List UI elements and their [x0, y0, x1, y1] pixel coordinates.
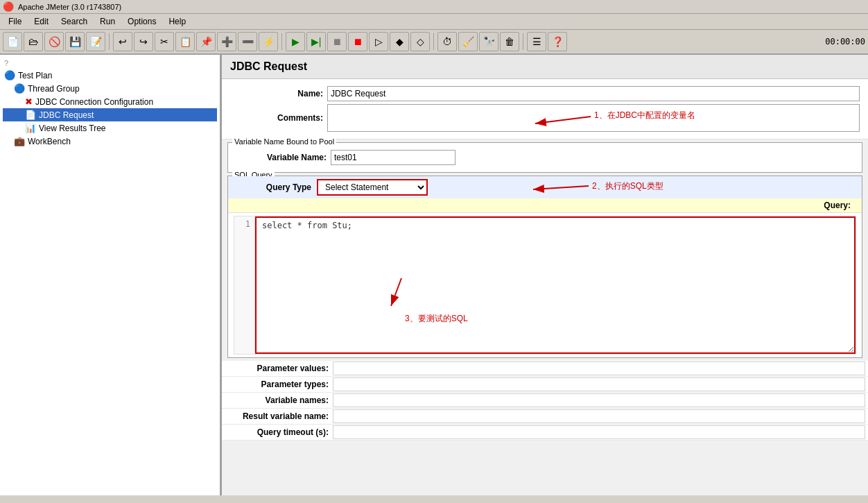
- query-label-row: Query:: [228, 198, 862, 213]
- query-type-select[interactable]: Select Statement: [317, 179, 428, 196]
- toolbar: 📄 🗁 🚫 💾 📝 ↩ ↪ ✂ 📋 📌 ➕ ➖ ⚡ ▶ ▶| ⏹ ⏹ ▷ ◆ ◇…: [0, 30, 868, 55]
- sql-code-input[interactable]: select * from Stu;: [255, 216, 856, 354]
- jdbc-connection-label: JDBC Connection Configuration: [35, 97, 153, 107]
- comments-section: Comments: 1、在JDBC中配置的变量名: [230, 104, 860, 132]
- menu-edit[interactable]: Edit: [28, 15, 54, 28]
- code-editor-section: 1 select * from Stu; 3、要测试的SQL: [228, 216, 862, 355]
- variable-name-label: Variable Name:: [234, 153, 331, 162]
- sidebar-item-jdbc-connection[interactable]: ✖ JDBC Connection Configuration: [3, 95, 217, 108]
- menu-help[interactable]: Help: [163, 15, 191, 28]
- app-logo: 🔴: [3, 1, 14, 12]
- jdbc-connection-icon: ✖: [25, 96, 33, 107]
- line-numbers: 1: [234, 216, 255, 354]
- toolbar-timer-btn[interactable]: ⏱: [437, 32, 457, 51]
- toolbar-remote-start-btn[interactable]: ▷: [369, 32, 388, 51]
- main-layout: ? 🔵 Test Plan 🔵 Thread Group ✖ JDBC Conn…: [0, 55, 868, 495]
- toolbar-new-btn[interactable]: 📄: [3, 32, 22, 51]
- query-label: Query:: [234, 201, 856, 210]
- view-results-icon: 📊: [25, 123, 36, 133]
- toolbar-sep-4: [523, 33, 523, 50]
- param-values-label: Parameter values:: [222, 362, 333, 375]
- view-results-label: View Results Tree: [39, 123, 106, 133]
- workbench-label: WorkBench: [28, 137, 71, 146]
- test-plan-icon: 🔵: [4, 70, 15, 80]
- param-types-input[interactable]: [333, 377, 865, 391]
- thread-group-label: Thread Group: [28, 84, 80, 94]
- param-section: Parameter values: Parameter types: Varia…: [222, 361, 868, 441]
- toolbar-collapse-btn[interactable]: ➖: [238, 32, 257, 51]
- variable-name-row: Variable Name:: [234, 150, 856, 165]
- toolbar-open-btn[interactable]: 🗁: [24, 32, 43, 51]
- content-title: JDBC Request: [222, 55, 868, 79]
- toolbar-clear2-btn[interactable]: 🗑: [500, 32, 519, 51]
- toolbar-saveas-btn[interactable]: 📝: [86, 32, 105, 51]
- menu-options[interactable]: Options: [122, 15, 162, 28]
- query-timeout-row: Query timeout (s):: [222, 425, 868, 441]
- content-panel: JDBC Request Name: Comments:: [222, 55, 868, 495]
- workbench-icon: 💼: [14, 136, 25, 146]
- toolbar-search-btn[interactable]: 🔭: [479, 32, 498, 51]
- menu-bar: File Edit Search Run Options Help: [0, 14, 868, 30]
- jdbc-request-label: JDBC Request: [39, 110, 94, 120]
- toolbar-copy-btn[interactable]: 📋: [175, 32, 195, 51]
- title-bar: 🔴 Apache JMeter (3.0 r1743807): [0, 0, 868, 14]
- param-values-input[interactable]: [333, 361, 865, 375]
- thread-group-icon: 🔵: [14, 83, 25, 94]
- result-variable-label: Result variable name:: [222, 410, 333, 423]
- sidebar-item-workbench[interactable]: 💼 WorkBench: [3, 135, 217, 148]
- param-types-label: Parameter types:: [222, 378, 333, 391]
- query-timeout-label: Query timeout (s):: [222, 426, 333, 438]
- toolbar-remote-stop-all-btn[interactable]: ◇: [410, 32, 430, 51]
- toolbar-undo-btn[interactable]: ↩: [113, 32, 132, 51]
- toolbar-sep-1: [109, 33, 110, 50]
- variable-name-input[interactable]: [331, 150, 455, 165]
- test-plan-label: Test Plan: [18, 71, 52, 80]
- tree-item-question: ?: [3, 58, 217, 69]
- toolbar-play-btn[interactable]: ▶: [286, 32, 305, 51]
- toolbar-close-btn[interactable]: 🚫: [44, 32, 64, 51]
- result-variable-input[interactable]: [333, 409, 865, 423]
- app-title: Apache JMeter (3.0 r1743807): [18, 3, 121, 11]
- menu-search[interactable]: Search: [55, 15, 93, 28]
- variable-name-group: Variable Name Bound to Pool Variable Nam…: [227, 142, 862, 173]
- toolbar-stop-btn[interactable]: ⏹: [327, 32, 347, 51]
- sql-query-group: SQL Query Query Type Select Statement: [227, 176, 862, 358]
- variable-names-row: Variable names:: [222, 393, 868, 409]
- sidebar-item-view-results[interactable]: 📊 View Results Tree: [3, 121, 217, 135]
- comments-row: Comments:: [230, 104, 860, 132]
- tree-panel: ? 🔵 Test Plan 🔵 Thread Group ✖ JDBC Conn…: [0, 55, 222, 495]
- query-editor-area: 1 select * from Stu;: [234, 216, 856, 355]
- name-section: Name: Comments:: [222, 79, 868, 139]
- query-type-row: Query Type Select Statement: [228, 176, 862, 198]
- variable-names-input[interactable]: [333, 393, 865, 407]
- toolbar-help-btn[interactable]: ❓: [548, 32, 567, 51]
- menu-file[interactable]: File: [3, 15, 27, 28]
- sidebar-item-test-plan[interactable]: 🔵 Test Plan: [3, 69, 217, 82]
- comments-input[interactable]: [327, 104, 860, 132]
- toolbar-cut-btn[interactable]: ✂: [155, 32, 174, 51]
- toolbar-expand-btn[interactable]: ➕: [217, 32, 236, 51]
- toolbar-save-btn[interactable]: 💾: [65, 32, 85, 51]
- toolbar-clear-btn[interactable]: 🧹: [458, 32, 478, 51]
- toolbar-redo-btn[interactable]: ↪: [134, 32, 153, 51]
- result-variable-row: Result variable name:: [222, 409, 868, 425]
- toolbar-sep-3: [433, 33, 434, 50]
- toolbar-sep-2: [281, 33, 282, 50]
- toolbar-time: 00:00:00: [825, 37, 865, 46]
- toolbar-list-btn[interactable]: ☰: [527, 32, 546, 51]
- name-row: Name:: [230, 86, 860, 101]
- toolbar-paste-btn[interactable]: 📌: [196, 32, 216, 51]
- jdbc-request-icon: 📄: [25, 110, 36, 120]
- param-values-row: Parameter values:: [222, 361, 868, 377]
- toolbar-stop-now-btn[interactable]: ⏹: [348, 32, 367, 51]
- comments-label: Comments:: [230, 113, 327, 123]
- toolbar-remote-btn[interactable]: ⚡: [259, 32, 278, 51]
- menu-run[interactable]: Run: [94, 15, 121, 28]
- variable-names-label: Variable names:: [222, 394, 333, 407]
- toolbar-play-no-pause-btn[interactable]: ▶|: [306, 32, 326, 51]
- toolbar-remote-all-btn[interactable]: ◆: [390, 32, 409, 51]
- sidebar-item-thread-group[interactable]: 🔵 Thread Group: [3, 82, 217, 95]
- query-timeout-input[interactable]: [333, 425, 865, 439]
- name-input[interactable]: [327, 86, 860, 101]
- sidebar-item-jdbc-request[interactable]: 📄 JDBC Request: [3, 108, 217, 121]
